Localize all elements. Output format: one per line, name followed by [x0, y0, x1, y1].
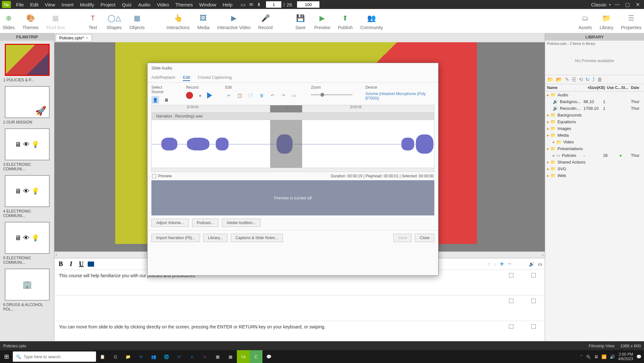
slide-thumb-1[interactable] [5, 44, 50, 76]
lib-prop-icon[interactable]: ☰ [572, 77, 576, 83]
lib-delete-icon[interactable]: 🗑 [597, 77, 602, 83]
library-item[interactable]: ▸ 📁Backgrounds [545, 112, 644, 118]
paste-icon[interactable]: 📄 [247, 92, 254, 99]
move-up-icon[interactable]: ↑ [487, 262, 490, 267]
audio-timeline-ruler[interactable]: |0:00:04 |0 |0:00:06 [151, 105, 434, 113]
ribbon-interactions[interactable]: 👆Interactions [166, 12, 189, 30]
zoom-input[interactable] [297, 1, 319, 8]
taskbar-clock[interactable]: 2:00 PM4/6/2023 [618, 352, 633, 361]
bold-button[interactable]: B [57, 260, 65, 268]
slide-thumb-4[interactable]: 🖥 👁 💡 [5, 175, 50, 207]
add-note-icon[interactable]: + [500, 260, 504, 268]
tb-outlook-icon[interactable]: ✉ [134, 350, 147, 363]
menu-themes[interactable]: Themes [172, 2, 196, 7]
library-item[interactable]: ▸ 📁Media [545, 132, 644, 139]
lib-open-icon[interactable]: 📂 [556, 77, 562, 83]
redo-icon[interactable]: ↷ [279, 92, 287, 99]
lib-select-unused-icon[interactable]: ⤴ [592, 77, 595, 83]
ribbon-record[interactable]: 🎤Record [258, 12, 273, 30]
slide-thumb-3[interactable]: 🖥 👁 💡 [5, 128, 50, 160]
color-swatch[interactable] [88, 262, 94, 267]
tb-teams-icon[interactable]: 👥 [147, 350, 160, 363]
menu-view[interactable]: View [42, 2, 58, 7]
move-down-icon[interactable]: ↓ [494, 262, 496, 267]
ribbon-themes[interactable]: 🎨Themes [22, 12, 39, 30]
italic-button[interactable]: I [67, 260, 75, 268]
cc-indicator-icon[interactable]: ▭ [538, 262, 542, 267]
adjust-volume-button[interactable]: Adjust Volume... [151, 219, 189, 227]
maximize-icon[interactable]: ▢ [624, 1, 631, 8]
library-item[interactable]: ▸ 📁Web [545, 172, 644, 179]
copy-icon[interactable]: 📋 [236, 92, 244, 99]
tb-edge-icon[interactable]: e [186, 350, 198, 363]
ribbon-preview[interactable]: ▶Preview [314, 12, 330, 30]
menu-video[interactable]: Video [154, 2, 172, 7]
slide-thumb-6[interactable]: 🏢 [5, 269, 50, 301]
menu-audio[interactable]: Audio [135, 2, 154, 7]
menu-file[interactable]: File [13, 2, 27, 7]
ribbon-properties[interactable]: ☰Properties [621, 12, 641, 30]
audio-indicator-icon[interactable]: 🔊 [529, 262, 534, 267]
ribbon-slides[interactable]: ⊕Slides [3, 12, 15, 30]
library-item[interactable]: ▸ 📁Presentations [545, 145, 644, 152]
ribbon-publish[interactable]: ⬆Publish [338, 12, 353, 30]
insert-silence-icon[interactable]: ▭ [290, 92, 298, 99]
import-narration-button[interactable]: Import Narration (F6)... [151, 234, 200, 242]
note-checkbox[interactable] [531, 273, 536, 278]
layout-icon[interactable]: ▭ [241, 2, 246, 8]
library-item[interactable]: ▸ ▭Policies-26●Thur [545, 152, 644, 159]
mail-icon[interactable]: ✉ [249, 2, 253, 7]
minimize-icon[interactable]: — [613, 1, 621, 8]
menu-insert[interactable]: Insert [58, 2, 77, 7]
page-current-input[interactable] [266, 1, 281, 8]
play-icon[interactable] [207, 92, 212, 99]
library-item[interactable]: ▸ 📁Equations [545, 118, 644, 125]
tb-cortana-icon[interactable]: 📋 [96, 350, 109, 363]
menu-project[interactable]: Project [97, 2, 119, 7]
ribbon-library[interactable]: 📁Library [600, 12, 613, 30]
taskbar-search[interactable]: 🔍 Type here to search [13, 351, 96, 362]
ribbon-community[interactable]: 👥Community [360, 12, 383, 30]
source-mic-icon[interactable]: 👤 [151, 96, 159, 104]
menu-help[interactable]: Help [220, 2, 236, 7]
lib-folder-icon[interactable]: 📁 [547, 77, 553, 83]
close-icon[interactable]: ✕ [634, 1, 641, 8]
waveform-scrollbar[interactable] [151, 168, 434, 172]
ribbon-text[interactable]: TText [87, 12, 99, 30]
note-checkbox[interactable] [531, 299, 536, 303]
slide-note-text[interactable]: You can move from slide to slide by clic… [54, 321, 500, 341]
tb-app3-icon[interactable]: 💬 [262, 350, 275, 363]
tb-app1-icon[interactable]: ▦ [211, 350, 224, 363]
delete-icon[interactable]: 🗑 [258, 92, 265, 99]
ribbon-objects[interactable]: ▦Objects [130, 12, 145, 30]
tb-taskview-icon[interactable]: ⊡ [109, 350, 122, 363]
library-item[interactable]: ▸ 📁Shared Actions [545, 159, 644, 165]
source-system-icon[interactable]: 🖥 [162, 96, 170, 104]
tray-chevron-icon[interactable]: ˄ [580, 354, 583, 359]
note-checkbox[interactable] [509, 273, 513, 278]
menu-edit[interactable]: Edit [27, 2, 42, 7]
adobe-audition-button[interactable]: Adobe Audition... [222, 219, 261, 227]
ribbon-media[interactable]: 🖼Media [197, 12, 209, 30]
note-checkbox[interactable] [509, 324, 513, 329]
tb-captivate-icon[interactable]: Cp [237, 350, 250, 363]
dialog-tab-add-replace[interactable]: Add/Replace [151, 74, 175, 81]
menu-modify[interactable]: Modify [77, 2, 97, 7]
tb-word-icon[interactable]: W [173, 350, 186, 363]
download-icon[interactable]: ⬇ [257, 2, 261, 7]
library-item[interactable]: ▸ 📁Images [545, 125, 644, 132]
stop-icon[interactable]: ■ [196, 92, 204, 99]
library-item[interactable]: ▸ 📁Video [545, 139, 644, 145]
slide-thumb-5[interactable]: 🖥 👁 💡 [5, 222, 50, 254]
dialog-tab-edit[interactable]: Edit [183, 74, 190, 81]
tb-explorer-icon[interactable]: 📁 [122, 350, 134, 363]
record-button-icon[interactable] [186, 92, 193, 99]
tray-power-icon[interactable]: 🔌 [586, 354, 591, 359]
library-item[interactable]: ▸ 📁SVG [545, 165, 644, 172]
document-tab[interactable]: Policies.cptx*× [56, 34, 92, 42]
waveform-editor[interactable] [151, 120, 434, 168]
menu-window[interactable]: Window [196, 2, 219, 7]
note-checkbox[interactable] [509, 299, 513, 303]
library-item[interactable]: 🔊Recording...1709.101Thur [545, 105, 644, 112]
tray-notifications-icon[interactable]: 💬 [636, 354, 641, 359]
